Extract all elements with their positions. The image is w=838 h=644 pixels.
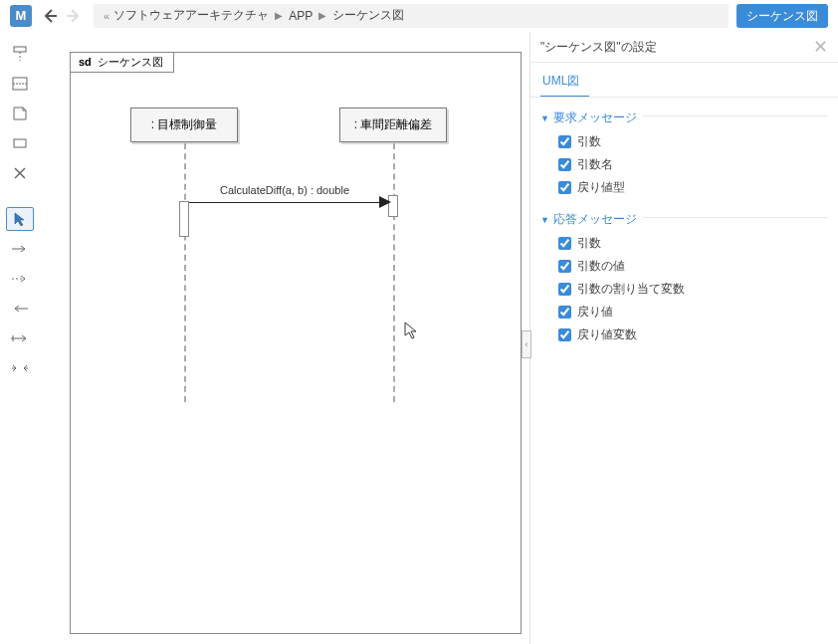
lifeline[interactable]: : 目標制御量 [130,107,238,142]
arrowhead-icon [379,196,391,208]
breadcrumb-item[interactable]: ソフトウェアアーキテクチャ [113,7,269,24]
lifeline-head[interactable]: : 車間距離偏差 [339,107,447,142]
forward-button[interactable] [64,6,84,26]
check-label: 引数 [577,133,601,150]
activation-bar[interactable] [179,201,189,237]
chevron-right-icon: ▶ [275,10,283,21]
checkbox[interactable] [558,237,571,250]
check-label: 引数 [577,235,601,252]
expand-handle[interactable]: ‹ [522,330,531,358]
pointer-tool-icon[interactable] [6,207,34,231]
note-tool-icon[interactable] [6,102,34,125]
tab-uml[interactable]: UML図 [540,69,589,98]
checkbox[interactable] [558,260,571,273]
checkbox[interactable] [558,328,571,341]
settings-tabs: UML図 [530,63,838,98]
lifeline-head[interactable]: : 目標制御量 [130,107,238,142]
frame-tag: sd [79,56,92,68]
section-title: 要求メッセージ [553,109,637,126]
fragment-tool-icon[interactable] [6,72,34,96]
check-row[interactable]: 戻り値型 [540,176,828,199]
check-row[interactable]: 引数 [540,130,828,153]
breadcrumb-item[interactable]: APP [289,9,313,23]
close-icon[interactable]: ✕ [813,38,828,56]
check-label: 戻り値変数 [577,326,637,343]
check-row[interactable]: 戻り値 [540,301,828,323]
lost-msg-tool-icon[interactable] [6,326,34,350]
check-label: 引数の割り当て変数 [577,281,685,298]
divider [643,115,828,116]
checkbox[interactable] [558,306,571,319]
topbar: M « ソフトウェアアーキテクチャ ▶ APP ▶ シーケンス図 シーケンス図 [0,0,838,32]
breadcrumb-item[interactable]: シーケンス図 [332,7,404,24]
found-msg-tool-icon[interactable] [6,356,34,380]
return-tool-icon[interactable] [6,297,34,321]
check-row[interactable]: 引数の割り当て変数 [540,278,828,301]
settings-title: "シーケンス図"の設定 [540,39,657,56]
rect-tool-icon[interactable] [6,131,34,155]
section-response: ▼ 応答メッセージ 引数 引数の値 引数の割り当て変数 戻り値 戻り値変数 [530,199,838,346]
lifeline-line [393,143,395,402]
section-toggle[interactable]: ▼ 応答メッセージ [540,207,637,232]
section-toggle[interactable]: ▼ 要求メッセージ [540,106,637,130]
check-row[interactable]: 引数の値 [540,255,828,278]
section-title: 応答メッセージ [553,211,637,228]
checkbox[interactable] [558,181,571,194]
back-button[interactable] [40,6,60,26]
divider [643,217,828,218]
app-logo[interactable]: M [10,5,32,27]
svg-rect-6 [14,139,26,147]
check-row[interactable]: 戻り値変数 [540,323,828,346]
diagram-type-button[interactable]: シーケンス図 [736,4,828,28]
chevron-right-icon: ▶ [318,10,326,21]
triangle-down-icon: ▼ [540,215,549,225]
frame-label: sdシーケンス図 [70,52,174,73]
check-label: 引数名 [577,156,613,173]
sequence-frame[interactable]: sdシーケンス図 : 目標制御量 : 車間距離偏差 CalculateDiff(… [70,52,522,634]
message-tool-icon[interactable] [6,237,34,261]
lifeline[interactable]: : 車間距離偏差 [339,107,447,142]
cursor-icon [404,322,420,343]
delete-tool-icon[interactable] [6,161,34,185]
lifeline-tool-icon[interactable] [6,42,34,66]
diagram-canvas[interactable]: sdシーケンス図 : 目標制御量 : 車間距離偏差 CalculateDiff(… [40,32,529,644]
lifeline-line [184,143,186,402]
check-row[interactable]: 引数名 [540,153,828,176]
settings-header: "シーケンス図"の設定 ✕ [530,32,838,63]
breadcrumb[interactable]: « ソフトウェアアーキテクチャ ▶ APP ▶ シーケンス図 [94,4,729,28]
triangle-down-icon: ▼ [540,113,549,123]
svg-rect-2 [14,47,26,52]
settings-panel: "シーケンス図"の設定 ✕ UML図 ▼ 要求メッセージ 引数 引数名 戻り値型… [529,32,838,644]
check-label: 引数の値 [577,258,625,275]
check-label: 戻り値型 [577,179,625,196]
main: sdシーケンス図 : 目標制御量 : 車間距離偏差 CalculateDiff(… [0,32,838,644]
breadcrumb-first: « [104,10,109,22]
tool-palette [0,32,40,644]
section-request: ▼ 要求メッセージ 引数 引数名 戻り値型 [530,98,838,199]
message-label[interactable]: CalculateDiff(a, b) : double [220,184,349,196]
dashed-message-tool-icon[interactable] [6,267,34,291]
checkbox[interactable] [558,135,571,148]
message-arrow[interactable] [189,202,388,203]
frame-name: シーケンス図 [98,56,163,68]
check-label: 戻り値 [577,304,613,321]
checkbox[interactable] [558,283,571,296]
check-row[interactable]: 引数 [540,232,828,255]
checkbox[interactable] [558,158,571,171]
